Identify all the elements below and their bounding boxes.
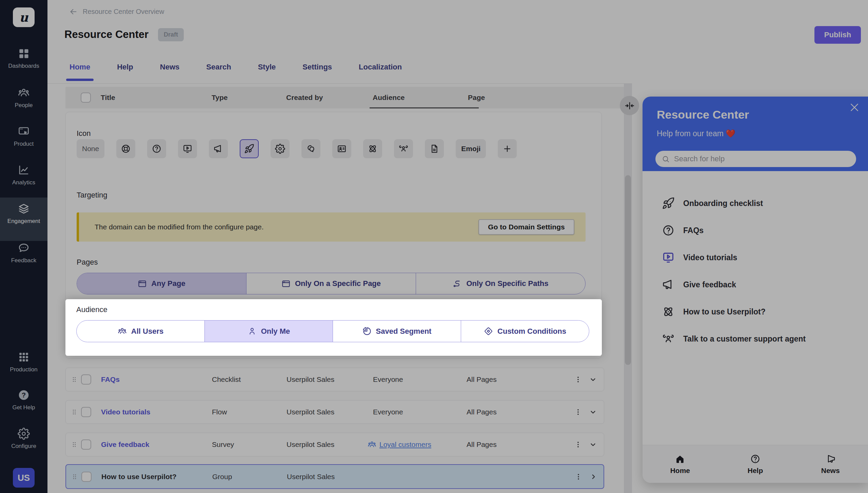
table-row[interactable]: Give feedback Survey Userpilot Sales Loy… (65, 433, 604, 456)
resource-center-preview-panel: Resource Center Help from our team ❤️ On… (643, 97, 868, 483)
panel-item-how-to-use[interactable]: How to use Userpilot? (643, 298, 868, 325)
lifebuoy-icon[interactable] (116, 139, 135, 158)
tab-news[interactable]: News (160, 63, 179, 81)
row-created-by: Userpilot Sales (287, 433, 334, 456)
sidebar-item-dashboards[interactable]: Dashboards (0, 47, 47, 69)
close-icon[interactable] (848, 101, 861, 114)
drag-handle-icon[interactable] (71, 400, 78, 424)
icon-option-emoji[interactable]: Emoji (456, 139, 486, 158)
column-title[interactable]: Title (101, 87, 115, 108)
panel-item-video-tutorials[interactable]: Video tutorials (643, 244, 868, 271)
sidebar-item-analytics[interactable]: Analytics (0, 164, 47, 186)
panel-footer-help[interactable]: Help (718, 445, 793, 483)
sidebar-item-people[interactable]: People (0, 87, 47, 109)
tab-settings[interactable]: Settings (302, 63, 332, 81)
chevron-down-icon[interactable] (589, 368, 597, 391)
drag-handle-icon[interactable] (71, 433, 78, 456)
sidebar-item-production[interactable]: Production (0, 351, 47, 373)
row-page: All Pages (467, 433, 497, 456)
atom-icon[interactable] (363, 139, 382, 158)
column-created-by[interactable]: Created by (286, 87, 323, 108)
tab-home[interactable]: Home (70, 63, 90, 81)
chevron-down-icon[interactable] (589, 433, 597, 456)
pages-option-specific-page[interactable]: Only On a Specific Page (246, 273, 416, 294)
audience-option-only-me[interactable]: Only Me (205, 321, 333, 342)
back-link[interactable]: Resource Center Overview (69, 7, 164, 16)
search-input[interactable] (674, 155, 850, 163)
table-row[interactable]: FAQs Checklist Userpilot Sales Everyone … (65, 368, 604, 391)
go-to-domain-settings-button[interactable]: Go to Domain Settings (478, 219, 574, 235)
drag-handle-icon[interactable] (71, 368, 78, 391)
audience-option-custom-conditions[interactable]: Custom Conditions (461, 321, 589, 342)
row-title-link[interactable]: FAQs (101, 368, 120, 391)
segment-link[interactable]: Loyal customers (368, 440, 431, 449)
vertical-scrollbar[interactable] (624, 84, 632, 493)
avatar-initials: US (18, 473, 30, 483)
panel-item-give-feedback[interactable]: Give feedback (643, 271, 868, 298)
row-checkbox[interactable] (81, 439, 91, 450)
table-row-selected[interactable]: How to use Userpilot? Group Userpilot Sa… (65, 464, 604, 489)
user-avatar[interactable]: US (13, 468, 35, 488)
rocket-icon[interactable] (240, 139, 259, 158)
pages-option-any-page[interactable]: Any Page (77, 273, 246, 294)
video-tutorial-icon[interactable] (178, 139, 197, 158)
panel-footer-news[interactable]: News (793, 445, 868, 483)
panel-item-faqs[interactable]: FAQs (643, 217, 868, 244)
chevron-right-icon[interactable] (589, 465, 598, 488)
row-checkbox[interactable] (81, 407, 91, 417)
id-badge-icon[interactable] (332, 139, 351, 158)
collapse-panel-button[interactable] (620, 96, 639, 115)
sidebar-item-configure[interactable]: Configure (0, 428, 47, 450)
route-icon (453, 279, 462, 288)
question-circle-icon[interactable] (147, 139, 166, 158)
row-checkbox[interactable] (81, 374, 91, 385)
row-title-link[interactable]: Give feedback (101, 433, 149, 456)
column-audience[interactable]: Audience (373, 87, 405, 108)
select-all-checkbox[interactable] (81, 93, 91, 103)
row-checkbox[interactable] (81, 472, 92, 482)
row-menu-icon[interactable] (574, 400, 583, 424)
row-menu-icon[interactable] (574, 465, 583, 488)
icon-option-none[interactable]: None (77, 139, 104, 158)
table-row[interactable]: Video tutorials Flow Userpilot Sales Eve… (65, 400, 604, 424)
row-created-by: Userpilot Sales (287, 400, 334, 424)
targeting-section-label: Targeting (77, 191, 107, 200)
sidebar-item-get-help[interactable]: ? Get Help (0, 389, 47, 411)
audience-option-saved-segment[interactable]: Saved Segment (333, 321, 461, 342)
userpilot-logo[interactable]: u (13, 7, 35, 27)
publish-button[interactable]: Publish (814, 26, 861, 44)
tab-help[interactable]: Help (117, 63, 133, 81)
column-type[interactable]: Type (212, 87, 228, 108)
tab-style[interactable]: Style (258, 63, 276, 81)
scrollbar-thumb[interactable] (625, 175, 631, 365)
tab-search[interactable]: Search (206, 63, 231, 81)
row-menu-icon[interactable] (574, 433, 583, 456)
sidebar-item-product[interactable]: Product (0, 125, 47, 147)
panel-footer-home[interactable]: Home (643, 445, 718, 483)
drag-handle-icon[interactable] (71, 465, 78, 488)
chat-bubbles-icon[interactable] (301, 139, 320, 158)
column-page[interactable]: Page (468, 87, 485, 108)
document-icon[interactable] (425, 139, 444, 158)
panel-footer-label: News (821, 467, 840, 475)
user-group-icon[interactable] (394, 139, 413, 158)
megaphone-icon (662, 278, 675, 291)
add-icon[interactable] (498, 139, 517, 158)
tab-localization[interactable]: Localization (359, 63, 402, 81)
row-menu-icon[interactable] (574, 368, 583, 391)
panel-item-onboarding-checklist[interactable]: Onboarding checklist (643, 190, 868, 217)
pages-section-label: Pages (77, 258, 98, 267)
gear-icon[interactable] (271, 139, 290, 158)
row-title[interactable]: How to use Userpilot? (101, 465, 177, 488)
megaphone-icon[interactable] (209, 139, 228, 158)
sidebar-item-label: Production (10, 366, 37, 373)
sidebar-item-feedback[interactable]: Feedback (0, 242, 47, 264)
help-search[interactable] (655, 151, 856, 167)
chevron-down-icon[interactable] (589, 400, 597, 424)
pages-option-specific-paths[interactable]: Only On Specific Paths (416, 273, 585, 294)
panel-item-talk-to-support[interactable]: Talk to a customer support agent (643, 325, 868, 352)
sidebar-item-engagement[interactable]: Engagement (0, 203, 47, 225)
audience-option-all-users[interactable]: All Users (77, 321, 205, 342)
sidebar-item-label: Product (14, 141, 34, 147)
row-title-link[interactable]: Video tutorials (101, 400, 150, 424)
